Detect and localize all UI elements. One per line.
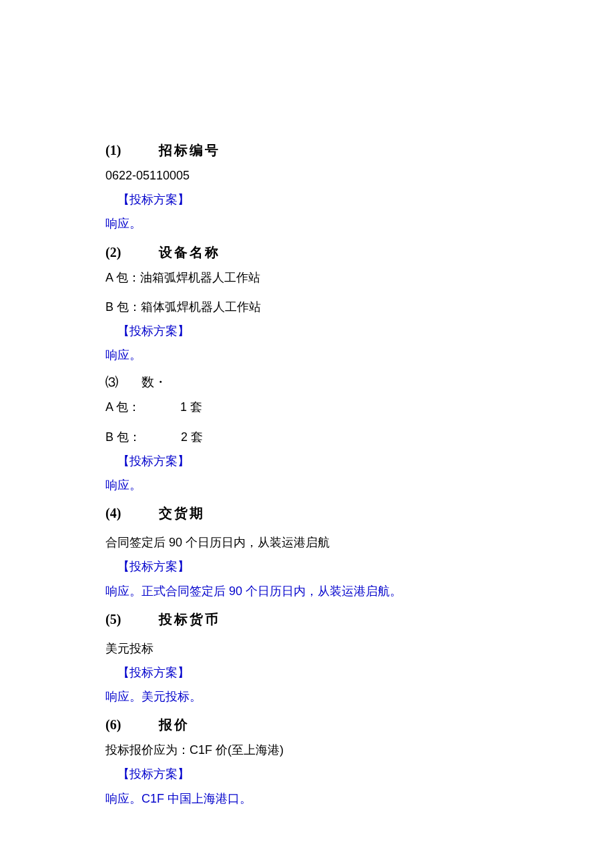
section-4-bid-label: 【投标方案】 [105, 555, 509, 578]
section-3-a-prefix: A 包： [105, 400, 140, 414]
section-6-bid-response: 响应。C1F 中国上海港口。 [105, 787, 509, 810]
section-1-bid-response: 响应。 [105, 212, 509, 235]
section-5-header: (5) 投标货币 [105, 606, 509, 632]
section-6-title: 报价 [159, 717, 190, 732]
section-5-bid-response: 响应。美元投标。 [105, 685, 509, 708]
section-2-bid-response: 响应。 [105, 344, 509, 366]
section-5-bid-label: 【投标方案】 [105, 661, 509, 684]
section-3-bid-response: 响应。 [105, 474, 509, 496]
section-4-bid-response: 响应。正式合同签定后 90 个日历日内，从装运港启航。 [105, 580, 509, 602]
section-4-num: (4) [105, 500, 156, 526]
section-3-title: 数・ [141, 375, 167, 389]
section-4-header: (4) 交货期 [105, 500, 509, 526]
section-6-bid-label: 【投标方案】 [105, 763, 509, 785]
section-2-num: (2) [105, 240, 156, 265]
section-3-content-b: B 包：2 套 [105, 426, 509, 448]
section-1-content: 0622-05110005 [105, 164, 509, 187]
section-3-b-value: 2 套 [181, 430, 203, 444]
section-5-title: 投标货币 [159, 612, 220, 626]
section-3-content-a: A 包：1 套 [105, 396, 509, 418]
section-5-num: (5) [105, 606, 156, 632]
section-4-content: 合同签定后 90 个日历日内，从装运港启航 [105, 531, 509, 554]
section-2-content-b: B 包：箱体弧焊机器人工作站 [105, 296, 509, 318]
section-2-content-a: A 包：油箱弧焊机器人工作站 [105, 266, 509, 289]
section-3-b-prefix: B 包： [105, 430, 141, 444]
section-2-bid-label: 【投标方案】 [105, 320, 509, 342]
section-6-header: (6) 报价 [105, 712, 509, 737]
section-4-title: 交货期 [159, 506, 205, 520]
section-1-title: 招标编号 [159, 143, 220, 157]
section-3-bid-label: 【投标方案】 [105, 450, 509, 472]
section-1-num: (1) [105, 137, 156, 163]
section-2-header: (2) 设备名称 [105, 240, 509, 265]
section-1-header: (1) 招标编号 [105, 137, 509, 163]
section-3-a-value: 1 套 [180, 400, 202, 414]
section-3-header: ⑶数・ [105, 370, 509, 394]
section-3-num: ⑶ [105, 370, 141, 394]
section-6-num: (6) [105, 712, 156, 737]
section-5-content: 美元投标 [105, 637, 509, 660]
section-6-content: 投标报价应为：C1F 价(至上海港) [105, 739, 509, 761]
section-2-title: 设备名称 [159, 245, 220, 260]
section-1-bid-label: 【投标方案】 [105, 188, 509, 211]
